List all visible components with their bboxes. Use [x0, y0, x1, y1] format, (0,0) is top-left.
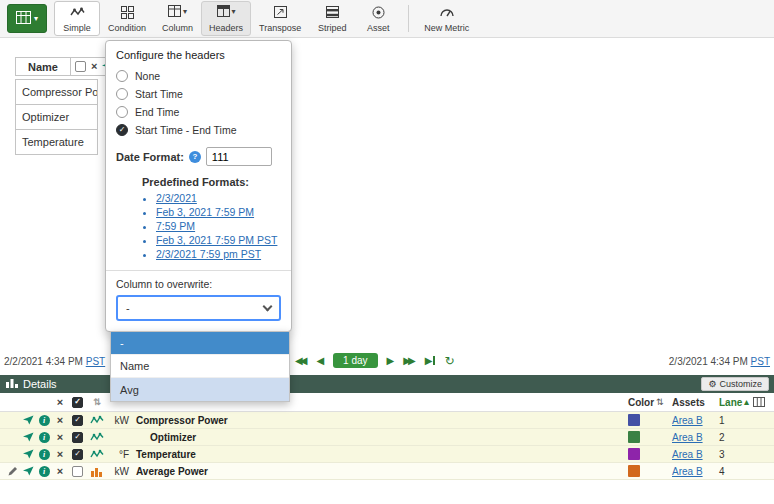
toolbar-button-column[interactable]: ▾ Column — [154, 1, 201, 36]
format-link[interactable]: 2/3/2021 7:59 pm PST — [156, 248, 261, 260]
preview-checkbox[interactable]: ✓ — [75, 61, 86, 72]
timezone-link[interactable]: PST — [751, 356, 770, 367]
pan-back-button[interactable]: ◀ — [316, 356, 324, 366]
asset-icon — [372, 5, 385, 19]
sort-icon[interactable]: ⇅ — [87, 397, 107, 407]
chevron-down-icon — [263, 302, 273, 312]
info-icon[interactable]: i — [36, 449, 52, 460]
step-to-end-button[interactable]: ▶ — [425, 356, 436, 366]
dropdown-option-dash[interactable]: - — [111, 332, 289, 355]
remove-icon[interactable]: × — [52, 466, 68, 477]
popup-title: Configure the headers — [116, 49, 281, 61]
radio-none[interactable]: None — [116, 70, 281, 82]
dropdown-option-avg[interactable]: Avg — [111, 378, 289, 401]
column-header-color[interactable]: Color⇅ — [628, 397, 672, 408]
asset-link[interactable]: Area B — [672, 432, 703, 443]
signal-icon — [87, 432, 107, 443]
asset-link[interactable]: Area B — [672, 415, 703, 426]
color-cell — [628, 414, 672, 426]
help-icon[interactable]: ? — [189, 151, 201, 163]
refresh-icon[interactable]: ↻ — [444, 355, 454, 367]
row-checkbox[interactable]: ✓ — [68, 449, 87, 460]
table-view-button[interactable]: ▾ — [7, 4, 47, 33]
dropdown-option-name[interactable]: Name — [111, 355, 289, 378]
details-table: × ✓ ⇅ Color⇅ Assets Lane▴ i × ✓ kW Compr… — [0, 393, 774, 480]
column-header-assets[interactable]: Assets — [672, 397, 716, 408]
edit-icon[interactable] — [4, 466, 20, 477]
radio-label: None — [135, 70, 160, 82]
send-icon[interactable] — [20, 432, 36, 442]
format-link[interactable]: Feb 3, 2021 7:59 PM — [156, 206, 254, 218]
item-name[interactable]: Average Power — [131, 466, 628, 477]
remove-icon[interactable]: × — [52, 432, 68, 443]
column-header-lane[interactable]: Lane▴ — [716, 397, 748, 408]
column-overwrite-label: Column to overwrite: — [116, 278, 281, 290]
toolbar-button-headers[interactable]: ▾ Headers — [201, 1, 251, 36]
pan-forward-button[interactable]: ▶ — [387, 356, 395, 366]
radio-end-time[interactable]: End Time — [116, 106, 281, 118]
asset-link[interactable]: Area B — [672, 466, 703, 477]
remove-icon[interactable]: × — [52, 415, 68, 426]
toolbar-button-asset[interactable]: Asset — [355, 1, 401, 36]
remove-column-icon[interactable]: × — [91, 61, 97, 72]
toolbar-label-condition: Condition — [108, 23, 146, 33]
details-row-temperature: i × ✓ °F Temperature Area B 3 — [0, 446, 774, 463]
radio-icon — [116, 106, 128, 118]
remove-all-icon[interactable]: × — [52, 397, 68, 408]
remove-icon[interactable]: × — [52, 449, 68, 460]
color-swatch[interactable] — [628, 465, 640, 477]
date-format-input[interactable] — [206, 147, 272, 166]
color-swatch[interactable] — [628, 448, 640, 460]
info-icon[interactable]: i — [36, 466, 52, 477]
column-chooser-icon[interactable] — [748, 397, 770, 407]
format-link[interactable]: 7:59 PM — [156, 220, 195, 232]
item-name[interactable]: Compressor Power — [131, 415, 628, 426]
range-start: 2/2/2021 4:34 PM PST — [4, 356, 105, 367]
toolbar-label-headers: Headers — [209, 23, 243, 33]
info-icon[interactable]: i — [36, 415, 52, 426]
chevron-down-icon: ▾ — [183, 8, 187, 16]
radio-label: Start Time — [135, 88, 183, 100]
toolbar-button-striped[interactable]: Striped — [309, 1, 355, 36]
toolbar-label-column: Column — [162, 23, 193, 33]
select-all-checkbox[interactable]: ✓ — [68, 397, 87, 408]
toolbar-button-transpose[interactable]: Transpose — [251, 1, 309, 36]
send-icon[interactable] — [20, 466, 36, 476]
signal-icon — [87, 449, 107, 460]
asset-link[interactable]: Area B — [672, 449, 703, 460]
format-link[interactable]: Feb 3, 2021 7:59 PM PST — [156, 234, 277, 246]
pan-back-fast-button[interactable]: ◀◀ — [295, 356, 307, 366]
details-title: Details — [23, 378, 57, 390]
item-name[interactable]: Temperature — [131, 449, 628, 460]
color-swatch[interactable] — [628, 431, 640, 443]
toolbar-button-simple[interactable]: Simple — [54, 1, 100, 36]
color-cell — [628, 431, 672, 443]
row-checkbox[interactable]: ✓ — [68, 415, 87, 426]
timezone-link[interactable]: PST — [86, 356, 105, 367]
details-chart-icon — [6, 378, 18, 390]
info-icon[interactable]: i — [36, 432, 52, 443]
send-icon[interactable] — [20, 449, 36, 459]
column-overwrite-select[interactable]: - — [116, 295, 281, 321]
preview-row: Temperature — [15, 129, 98, 155]
format-link[interactable]: 2/3/2021 — [156, 192, 197, 204]
duration-button[interactable]: 1 day — [333, 353, 377, 368]
toolbar-label-simple: Simple — [63, 23, 91, 33]
toolbar-button-new-metric[interactable]: New Metric — [416, 1, 477, 36]
radio-start-end-time[interactable]: ✓ Start Time - End Time — [116, 124, 281, 136]
pan-forward-fast-button[interactable]: ▶▶ — [403, 356, 415, 366]
row-checkbox[interactable] — [68, 466, 87, 477]
predefined-formats-label: Predefined Formats: — [142, 176, 281, 188]
row-checkbox[interactable]: ✓ — [68, 432, 87, 443]
send-icon[interactable] — [20, 415, 36, 425]
item-name[interactable]: Optimizer — [131, 432, 628, 443]
customize-button[interactable]: ⚙ Customize — [701, 377, 769, 391]
toolbar-separator — [408, 5, 409, 32]
details-row-optimizer: i × ✓ Optimizer Area B 2 — [0, 429, 774, 446]
radio-start-time[interactable]: Start Time — [116, 88, 281, 100]
color-swatch[interactable] — [628, 414, 640, 426]
toolbar-button-condition[interactable]: Condition — [100, 1, 154, 36]
app-root: ▾ Simple Condition ▾ Column ▾ Headers — [0, 0, 774, 504]
preview-row: Optimizer — [15, 104, 98, 130]
predefined-formats: Predefined Formats: 2/3/2021 Feb 3, 2021… — [142, 176, 281, 260]
